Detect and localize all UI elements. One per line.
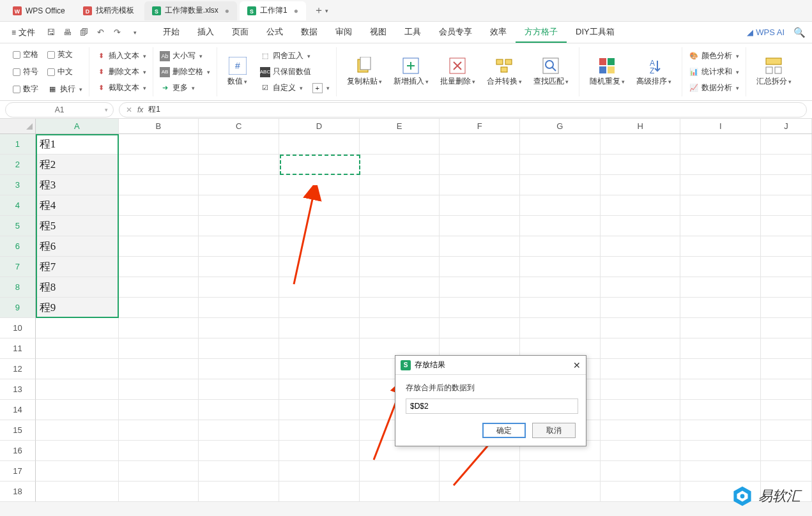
cell[interactable]	[36, 441, 119, 461]
cell[interactable]	[761, 318, 812, 338]
cell[interactable]	[520, 236, 601, 257]
cell[interactable]	[680, 420, 761, 441]
tab-workbook-1[interactable]: S 工作簿数量.xlsx ●	[144, 1, 237, 20]
cell[interactable]	[279, 379, 360, 400]
cell[interactable]	[279, 420, 360, 441]
cell[interactable]	[680, 155, 761, 175]
cell[interactable]	[119, 155, 199, 175]
cell[interactable]	[520, 318, 601, 338]
cell[interactable]	[440, 461, 520, 482]
summary-split-button[interactable]: 汇总拆分▾	[751, 54, 797, 89]
cell[interactable]	[199, 195, 279, 216]
row-header[interactable]: 4	[0, 195, 36, 216]
cell[interactable]	[119, 236, 199, 257]
cell[interactable]	[761, 277, 812, 298]
cancel-button[interactable]: 取消	[532, 423, 576, 438]
cell[interactable]	[199, 461, 279, 482]
row-header[interactable]: 17	[0, 461, 36, 482]
tab-page[interactable]: 页面	[223, 22, 257, 43]
tab-insert[interactable]: 插入	[188, 22, 223, 43]
tab-template[interactable]: D 找稻壳模板	[75, 1, 142, 20]
stat-sum-button[interactable]: 📊统计求和▾	[687, 65, 740, 79]
cell[interactable]	[279, 482, 360, 502]
cell[interactable]	[520, 175, 601, 195]
cell[interactable]	[199, 216, 279, 236]
checkbox-number[interactable]: 数字	[11, 82, 40, 96]
row-header[interactable]: 12	[0, 359, 36, 379]
cell[interactable]	[520, 461, 601, 482]
cell[interactable]	[601, 175, 681, 195]
cell[interactable]	[440, 257, 520, 277]
cell[interactable]	[520, 257, 601, 277]
custom-button[interactable]: ☑自定义▾ +▾	[259, 81, 331, 95]
row-header[interactable]: 11	[0, 338, 36, 359]
cell[interactable]	[680, 216, 761, 236]
cell[interactable]	[440, 175, 520, 195]
tab-diy[interactable]: DIY工具箱	[567, 22, 624, 43]
cell[interactable]: 程9	[36, 298, 119, 318]
tab-square-grid[interactable]: 方方格子	[516, 22, 567, 43]
color-analysis-button[interactable]: 🎨颜色分析▾	[687, 49, 740, 63]
row-header[interactable]: 10	[0, 318, 36, 338]
tab-tools[interactable]: 工具	[395, 22, 430, 43]
redo-icon[interactable]: ↷	[111, 26, 123, 39]
cell[interactable]	[360, 155, 440, 175]
row-header[interactable]: 7	[0, 257, 36, 277]
cell[interactable]	[199, 482, 279, 502]
cell[interactable]	[199, 298, 279, 318]
cell[interactable]	[680, 441, 761, 461]
cell[interactable]: 程3	[36, 175, 119, 195]
search-icon[interactable]: 🔍	[793, 27, 806, 38]
cell[interactable]	[119, 441, 199, 461]
cell[interactable]	[199, 420, 279, 441]
new-tab-button[interactable]: ＋ ▾	[314, 4, 328, 17]
checkbox-chinese[interactable]: 中文	[46, 65, 84, 79]
print-icon[interactable]: 🖶	[61, 26, 73, 39]
cell[interactable]	[761, 338, 812, 359]
cell[interactable]	[360, 257, 440, 277]
col-header-A[interactable]: A	[36, 119, 119, 133]
cell[interactable]	[761, 134, 812, 155]
cell[interactable]: 程2	[36, 155, 119, 175]
cell[interactable]	[680, 400, 761, 420]
cell[interactable]	[279, 216, 360, 236]
tab-view[interactable]: 视图	[361, 22, 395, 43]
cell[interactable]	[360, 318, 440, 338]
cell[interactable]	[601, 155, 681, 175]
cell[interactable]	[119, 216, 199, 236]
cell[interactable]	[119, 298, 199, 318]
cell[interactable]: 程1	[36, 134, 119, 155]
tab-review[interactable]: 审阅	[326, 22, 361, 43]
cell[interactable]	[440, 195, 520, 216]
cancel-icon[interactable]: ✕	[126, 105, 132, 114]
wps-ai-button[interactable]: ◢WPS AI	[747, 27, 785, 37]
save-icon[interactable]: 🖫	[44, 26, 57, 39]
cell[interactable]	[601, 195, 681, 216]
cell[interactable]	[360, 236, 440, 257]
cell[interactable]	[279, 155, 360, 175]
print-preview-icon[interactable]: 🗐	[77, 26, 90, 39]
find-match-button[interactable]: 查找匹配▾	[528, 47, 574, 96]
cell[interactable]	[601, 236, 681, 257]
cell[interactable]	[761, 379, 812, 400]
cell[interactable]	[601, 216, 681, 236]
tab-formula[interactable]: 公式	[257, 22, 292, 43]
row-header[interactable]: 9	[0, 298, 36, 318]
cell[interactable]	[680, 379, 761, 400]
cell[interactable]	[36, 318, 119, 338]
cell[interactable]	[761, 216, 812, 236]
cell[interactable]	[601, 420, 681, 441]
cell[interactable]: 程6	[36, 236, 119, 257]
cell[interactable]: 程4	[36, 195, 119, 216]
round-button[interactable]: ⬚四舍五入▾	[259, 49, 331, 63]
col-header-C[interactable]: C	[199, 119, 279, 133]
cell[interactable]	[360, 482, 440, 502]
row-header[interactable]: 14	[0, 400, 36, 420]
cell[interactable]	[761, 420, 812, 441]
cell[interactable]	[761, 155, 812, 175]
row-header[interactable]: 1	[0, 134, 36, 155]
cell[interactable]	[520, 482, 601, 502]
advanced-sort-button[interactable]: AZ高级排序▾	[631, 47, 677, 96]
cell[interactable]	[119, 175, 199, 195]
more-button[interactable]: ➜更多▾	[158, 81, 211, 95]
